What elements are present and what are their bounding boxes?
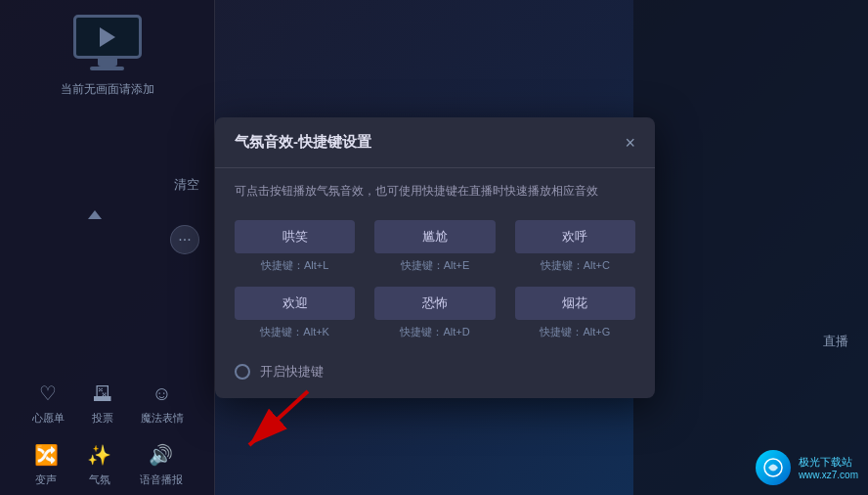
sidebar-item-wishlist[interactable]: ♡ 心愿单 xyxy=(32,380,65,426)
magic-face-icon: ☺ xyxy=(149,380,176,407)
wishlist-icon: ♡ xyxy=(34,380,62,407)
effect-yanhua: 烟花 快捷键：Alt+G xyxy=(515,287,635,339)
yanhua-button[interactable]: 烟花 xyxy=(515,287,635,320)
bottom-nav: ♡ 心愿单 🗳 投票 ☺ 魔法表情 🔀 变声 ✨ xyxy=(0,378,215,495)
nav-row-2: 🔀 变声 ✨ 气氛 🔊 语音播报 xyxy=(0,433,215,495)
shortcut-toggle-row: 开启快捷键 xyxy=(215,349,655,398)
sidebar-item-magic-face[interactable]: ☺ 魔法表情 xyxy=(141,380,184,426)
main-background: 当前无画面请添加 清空 ··· ♡ 心愿单 🗳 投票 ☺ xyxy=(0,0,868,495)
watermark: 极光下载站 www.xz7.com xyxy=(756,450,858,485)
modal-title: 气氛音效-快捷键设置 xyxy=(235,133,371,152)
effects-grid: 哄笑 快捷键：Alt+L 尴尬 快捷键：Alt+E 欢呼 快捷键：Alt+C 欢… xyxy=(215,210,655,349)
more-options-button[interactable]: ··· xyxy=(170,225,199,254)
ganga-button[interactable]: 尴尬 xyxy=(374,220,495,253)
voice-broadcast-icon: 🔊 xyxy=(148,441,175,469)
modal-close-button[interactable]: × xyxy=(625,134,635,152)
effect-ganga: 尴尬 快捷键：Alt+E xyxy=(374,220,495,273)
monitor-base xyxy=(90,67,124,70)
kongbu-button[interactable]: 恐怖 xyxy=(374,287,495,320)
sidebar-item-atmosphere[interactable]: ✨ 气氛 xyxy=(86,441,113,487)
change-voice-label: 变声 xyxy=(35,472,57,487)
clear-button[interactable]: 清空 xyxy=(174,176,199,194)
chevron-up-icon[interactable] xyxy=(88,210,102,219)
change-voice-icon: 🔀 xyxy=(32,441,60,469)
haoxiao-button[interactable]: 哄笑 xyxy=(235,220,355,253)
effect-huanying: 欢迎 快捷键：Alt+K xyxy=(235,287,355,339)
sidebar-item-vote[interactable]: 🗳 投票 xyxy=(89,380,116,426)
huanying-shortcut: 快捷键：Alt+K xyxy=(260,325,329,339)
live-label: 直播 xyxy=(823,333,848,350)
no-scene-text: 当前无画面请添加 xyxy=(61,81,154,98)
ganga-shortcut: 快捷键：Alt+E xyxy=(401,258,470,273)
shortcut-toggle-label: 开启快捷键 xyxy=(260,363,324,381)
modal-description: 可点击按钮播放气氛音效，也可使用快捷键在直播时快速播放相应音效 xyxy=(215,168,655,210)
watermark-url: www.xz7.com xyxy=(799,470,858,480)
monitor-area: 当前无画面请添加 xyxy=(0,0,214,117)
svg-line-1 xyxy=(249,391,308,445)
watermark-site: 极光下载站 xyxy=(799,455,858,470)
nav-row-1: ♡ 心愿单 🗳 投票 ☺ 魔法表情 xyxy=(0,372,215,433)
haoxiao-shortcut: 快捷键：Alt+L xyxy=(261,258,328,273)
modal-dialog: 气氛音效-快捷键设置 × 可点击按钮播放气氛音效，也可使用快捷键在直播时快速播放… xyxy=(215,117,655,398)
vote-label: 投票 xyxy=(92,411,113,426)
magic-face-label: 魔法表情 xyxy=(141,411,184,426)
voice-broadcast-label: 语音播报 xyxy=(140,472,183,487)
huanying-button[interactable]: 欢迎 xyxy=(235,287,355,320)
shortcut-toggle-radio[interactable] xyxy=(235,364,250,380)
effect-huanhu: 欢呼 快捷键：Alt+C xyxy=(515,220,635,273)
right-side: 直播 xyxy=(633,0,868,495)
monitor-screen xyxy=(73,15,142,59)
vote-icon: 🗳 xyxy=(89,380,116,407)
wishlist-label: 心愿单 xyxy=(32,411,65,426)
kongbu-shortcut: 快捷键：Alt+D xyxy=(400,325,469,339)
effect-kongbu: 恐怖 快捷键：Alt+D xyxy=(374,287,495,339)
huanhu-button[interactable]: 欢呼 xyxy=(515,220,635,253)
monitor-stand xyxy=(98,59,117,67)
effect-haoxiao: 哄笑 快捷键：Alt+L xyxy=(235,220,355,273)
yanhua-shortcut: 快捷键：Alt+G xyxy=(540,325,610,339)
sidebar-item-voice-broadcast[interactable]: 🔊 语音播报 xyxy=(140,441,183,487)
watermark-logo xyxy=(756,450,791,485)
atmosphere-label: 气氛 xyxy=(89,472,110,487)
left-sidebar: 当前无画面请添加 清空 ··· ♡ 心愿单 🗳 投票 ☺ xyxy=(0,0,215,495)
modal-header: 气氛音效-快捷键设置 × xyxy=(215,117,655,168)
huanhu-shortcut: 快捷键：Alt+C xyxy=(541,258,610,273)
sidebar-item-change-voice[interactable]: 🔀 变声 xyxy=(32,441,60,487)
play-icon xyxy=(100,27,115,47)
atmosphere-icon: ✨ xyxy=(86,441,113,469)
watermark-text: 极光下载站 www.xz7.com xyxy=(799,455,858,480)
monitor-icon xyxy=(73,15,142,68)
